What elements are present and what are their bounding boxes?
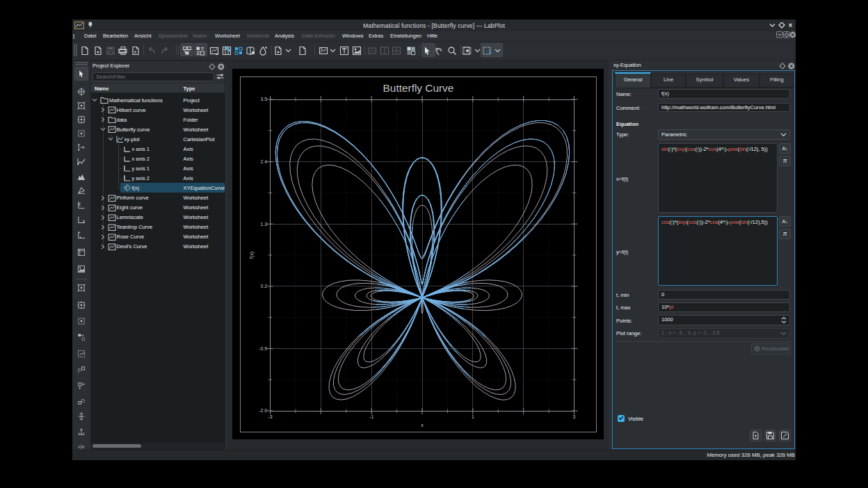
- svg-text:-2.0: -2.0: [259, 408, 267, 413]
- svg-text:-0.9: -0.9: [259, 346, 267, 351]
- svg-text:1: 1: [488, 48, 492, 55]
- svg-text:x: x: [421, 422, 424, 428]
- svg-text:f: f: [126, 186, 128, 190]
- svg-text:1.3: 1.3: [261, 222, 268, 227]
- svg-text:Butterfly Curve: Butterfly Curve: [383, 82, 454, 94]
- svg-text:1: 1: [472, 414, 474, 419]
- svg-text:0.2: 0.2: [261, 284, 268, 288]
- svg-text:-1: -1: [369, 414, 373, 419]
- svg-text:3: 3: [573, 414, 576, 419]
- svg-text:f(x): f(x): [248, 252, 255, 259]
- svg-text:3.5: 3.5: [261, 97, 268, 101]
- svg-text:2.4: 2.4: [261, 159, 268, 164]
- svg-text:-3: -3: [268, 414, 272, 419]
